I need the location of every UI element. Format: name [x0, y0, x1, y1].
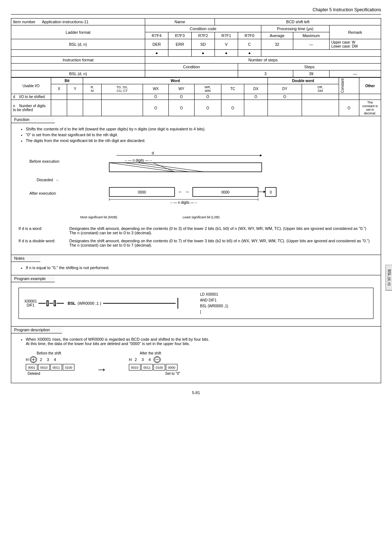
col-r7f0: R7F0: [238, 32, 261, 39]
steps-label: Steps: [304, 65, 314, 69]
prog-bsl-right: BSL (WR0000 ,1): [200, 303, 228, 309]
bsl-steps: 3: [264, 72, 266, 76]
other-header: Other: [365, 84, 375, 88]
row-n: n Number of digits to be shifted O O O O…: [11, 100, 381, 116]
app-instructions: Application instructions-11: [42, 20, 88, 24]
chapter-title: Chapter 5 Instruction Specifications: [313, 7, 381, 12]
col-r7f4: R7F4: [145, 32, 168, 39]
prog-ld: LD X00001: [200, 292, 228, 297]
bsl-der: DER: [145, 39, 168, 50]
dot-v: ●: [215, 50, 238, 57]
usable-io-label: Usable I/O: [23, 84, 40, 88]
function-bullet-1: Shifts the contents of d to the left (to…: [26, 127, 373, 131]
svg-text:←— n digits —→: ←— n digits —→: [124, 158, 152, 162]
col-average: Average: [261, 32, 293, 39]
svg-text:←  →: ← →: [178, 189, 189, 195]
function-bullet-3: The digits from the most significant bit…: [26, 138, 373, 143]
svg-text:0000: 0000: [138, 190, 146, 194]
bsl-v: V: [215, 39, 238, 50]
if-d-double-text: Designates the shift amount, depending o…: [69, 239, 369, 247]
after-shift-label: After the shift: [140, 351, 161, 355]
bottom-diagram: Before the shift H 2 3 4 0001 0010 0011 …: [26, 351, 366, 376]
bsl-sd: SD: [191, 39, 215, 50]
notes-bullet-1: If n is equal to "0," the shifting is no…: [26, 266, 373, 270]
svg-text:0000: 0000: [221, 190, 230, 194]
bsl-err: ERR: [168, 39, 192, 50]
prog-bracket: ]: [200, 309, 228, 315]
bsl-param: (WR0000 ,1 ): [77, 301, 101, 305]
svg-text:0: 0: [270, 190, 272, 194]
processing-time: Processing time (μs): [277, 27, 313, 31]
svg-text:←— n digits —→: ←— n digits —→: [170, 200, 197, 204]
svg-line-4: [109, 163, 175, 172]
constant-header: Constant: [340, 78, 344, 93]
average-val: 32: [261, 39, 293, 50]
notes-label: Notes: [14, 256, 25, 260]
if-d-word-text: Designates the shift amount, depending o…: [69, 226, 366, 235]
msb-label: Most significant bit (MSB): [80, 215, 117, 219]
page-num-text: 5-81: [192, 390, 200, 395]
col-r7f3: R7F3: [168, 32, 192, 39]
col-r7f2: R7F2: [191, 32, 215, 39]
col-r7f1: R7F1: [215, 32, 238, 39]
program-description-label: Program description: [14, 328, 50, 332]
word-header: Word: [171, 79, 180, 83]
before-execution-label: Before execution: [29, 159, 60, 163]
instruction-table: Item number Application instructions-11 …: [11, 18, 381, 77]
item-number-label: Item number: [13, 20, 36, 24]
prog-and: AND DIF1: [200, 297, 228, 303]
dot-c: ●: [238, 50, 261, 57]
bsl-label2: BSL (d, n): [69, 72, 87, 76]
number-of-steps: Number of steps: [248, 58, 278, 62]
double-word-header: Double word: [292, 79, 314, 83]
program-example-label: Program example: [14, 276, 46, 281]
row-d: d I/O to be shifted O O O O O: [11, 94, 381, 100]
page-header: Chapter 5 Instruction Specifications: [11, 7, 381, 15]
bsl-instruction: BSL: [68, 301, 75, 305]
svg-text:d: d: [152, 151, 154, 155]
notes-bullets: If n is equal to "0," the shifting is no…: [26, 266, 373, 270]
side-tab-text: BSL (d, n): [387, 270, 391, 286]
usable-io-table: Usable I/O Bit Word Double word Constant…: [11, 77, 381, 116]
program-example-section: Program example X00001 DIF1 BSL (WR0000 …: [11, 275, 381, 327]
svg-rect-3: [109, 163, 262, 172]
col-maximum: Maximum: [293, 32, 329, 39]
notes-section: Notes If n is equal to "0," the shifting…: [11, 255, 381, 275]
name-label: Name: [175, 20, 185, 24]
maximum-val: —: [293, 39, 329, 50]
deleted-label: Deleted: [28, 372, 40, 376]
dot-der: ●: [145, 50, 168, 57]
name-value: BCD shift left: [286, 20, 309, 24]
remark-val1: Upper case: W: [331, 40, 379, 44]
side-tab: BSL (d, n): [385, 265, 392, 291]
function-bullet-2: "0" is set from the least significant bi…: [26, 133, 373, 137]
if-d-double-label: If d is a double word:: [19, 239, 56, 243]
shift-diagram: Before execution d ←— n digits —→: [29, 150, 363, 219]
program-dif1: DIF1: [26, 303, 34, 307]
if-d-word-section: If d is a word: Designates the shift amo…: [19, 226, 373, 235]
bit-header: Bit: [65, 79, 69, 83]
lsb-label: Least significant bit (LSB): [183, 215, 220, 219]
page-number: 5-81: [11, 390, 381, 395]
condition-label: Condition: [183, 65, 200, 69]
program-desc-bullets: When X00001 rises, the content of WR0000…: [26, 337, 373, 346]
set-to-zero-label: Set to "0": [165, 372, 180, 376]
condition-code: Condition code: [190, 27, 216, 31]
if-d-word-label: If d is a word:: [19, 226, 42, 231]
dot-err: [168, 50, 192, 57]
program-x00001: X00001: [24, 299, 37, 303]
bsl-c: C: [238, 39, 261, 50]
if-d-double-section: If d is a double word: Designates the sh…: [19, 239, 373, 247]
after-diagram: 0000 ← → 0000 0 ←— n digits —→: [80, 186, 291, 211]
before-shift-label: Before the shift: [37, 351, 61, 355]
before-diagram: d ←— n digits —→: [80, 150, 291, 175]
ladder-format: Ladder format: [66, 30, 90, 35]
discarded-label: Discarded: [37, 178, 53, 182]
ladder-diagram: X00001 DIF1 BSL (WR0000 ,1 ) LD X00001 A…: [19, 288, 373, 319]
program-description-section: Program description When X00001 rises, t…: [11, 327, 381, 383]
dot-sd: ●: [191, 50, 215, 57]
remark-label: Remark: [348, 30, 362, 35]
function-label: Function: [14, 117, 29, 122]
program-desc-bullet-1: When X00001 rises, the content of WR0000…: [26, 337, 373, 346]
remark-val2: Lower case: DW: [331, 44, 379, 48]
